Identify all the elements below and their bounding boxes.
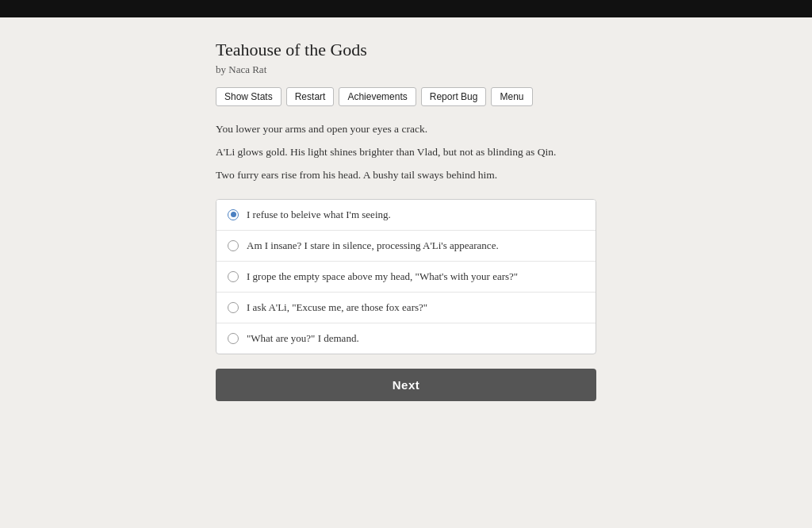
- top-bar: [0, 0, 812, 17]
- toolbar: Show Stats Restart Achievements Report B…: [216, 87, 596, 106]
- restart-button[interactable]: Restart: [286, 87, 335, 106]
- achievements-button[interactable]: Achievements: [339, 87, 416, 106]
- narrative-line-3: Two furry ears rise from his head. A bus…: [216, 166, 596, 185]
- choice-label: I grope the empty space above my head, "…: [247, 270, 518, 283]
- choice-label: "What are you?" I demand.: [247, 332, 359, 345]
- choice-item[interactable]: I ask A'Li, "Excuse me, are those fox ea…: [216, 293, 596, 323]
- radio-circle: [228, 271, 239, 282]
- radio-circle: [228, 333, 239, 344]
- radio-circle: [228, 302, 239, 313]
- choice-label: I ask A'Li, "Excuse me, are those fox ea…: [247, 301, 427, 314]
- content-wrapper: Teahouse of the Gods by Naca Rat Show St…: [200, 17, 612, 433]
- narrative: You lower your arms and open your eyes a…: [216, 121, 596, 185]
- next-button[interactable]: Next: [216, 369, 596, 401]
- radio-circle: [228, 209, 239, 220]
- choice-item[interactable]: "What are you?" I demand.: [216, 323, 596, 354]
- narrative-line-1: You lower your arms and open your eyes a…: [216, 121, 596, 139]
- choice-item[interactable]: I refuse to beleive what I'm seeing.: [216, 200, 596, 231]
- choice-label: I refuse to beleive what I'm seeing.: [247, 209, 391, 221]
- choice-item[interactable]: Am I insane? I stare in silence, process…: [216, 231, 596, 262]
- narrative-line-2: A'Li glows gold. His light shines bright…: [216, 143, 596, 162]
- choice-item[interactable]: I grope the empty space above my head, "…: [216, 262, 596, 293]
- report-bug-button[interactable]: Report Bug: [421, 87, 487, 106]
- menu-button[interactable]: Menu: [491, 87, 532, 106]
- choices-container: I refuse to beleive what I'm seeing.Am I…: [216, 199, 596, 354]
- choice-label: Am I insane? I stare in silence, process…: [247, 239, 499, 252]
- game-author: by Naca Rat: [216, 63, 596, 76]
- radio-circle: [228, 240, 239, 251]
- show-stats-button[interactable]: Show Stats: [216, 87, 282, 106]
- game-title: Teahouse of the Gods: [216, 40, 596, 60]
